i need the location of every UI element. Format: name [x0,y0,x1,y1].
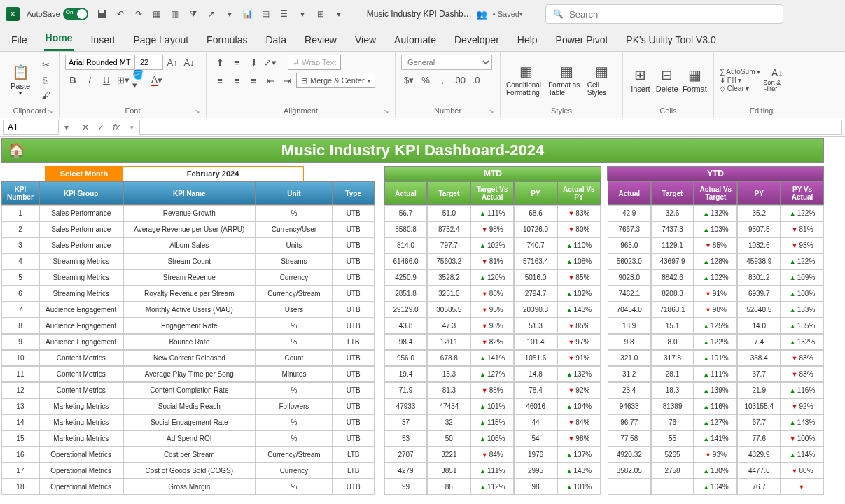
cell[interactable]: 43.8 [384,318,428,334]
cell[interactable]: 15 [1,430,39,447]
tab-developer[interactable]: Developer [453,30,501,51]
clear-button[interactable]: ◇ Clear ▾ [720,85,760,92]
name-box[interactable] [3,120,59,135]
cell[interactable]: 52840.5 [737,302,781,318]
cell[interactable]: ▼88% [470,286,514,302]
cell[interactable]: Currency [256,463,333,479]
cell[interactable]: Sales Performance [39,221,123,237]
cell[interactable]: Streaming Metrics [39,286,123,302]
cell[interactable] [375,382,384,398]
cell[interactable]: 7 [1,302,39,318]
autosave-toggle[interactable]: On [63,8,88,20]
cell[interactable]: Bounce Rate [123,334,256,350]
cell[interactable]: UTB [333,366,375,382]
cell[interactable]: ▲143% [781,414,824,430]
cell[interactable]: 14.0 [737,318,781,334]
cell[interactable] [601,479,608,495]
cell[interactable]: Ad Spend ROI [123,430,256,447]
cell[interactable]: Currency/Stream [256,447,333,463]
font-color-button[interactable]: A▾ [149,73,165,87]
cell[interactable]: ▲132% [694,205,737,221]
fill-color-button[interactable]: 🪣▾ [132,73,148,87]
cell[interactable] [601,334,608,350]
cell[interactable]: 42.9 [608,205,651,221]
percent-icon[interactable]: % [418,73,433,87]
formula-input[interactable] [139,120,842,135]
list-icon[interactable]: ☰ [277,7,291,21]
cell[interactable]: 4279 [384,463,428,479]
search-box[interactable]: 🔍 [545,4,783,24]
cell[interactable]: 78.4 [514,382,557,398]
cell[interactable]: Social Engagement Rate [123,414,256,430]
cell[interactable]: ▲114% [781,447,824,463]
cell[interactable]: 50 [427,430,470,447]
decrease-font-icon[interactable]: A↓ [181,55,197,69]
cell[interactable] [601,205,608,221]
tab-page-layout[interactable]: Page Layout [132,30,190,51]
cell[interactable]: 61466.0 [384,253,428,270]
align-middle-icon[interactable]: ≡ [229,55,244,69]
tab-file[interactable]: File [10,30,29,51]
cell[interactable]: Audience Engagement [39,318,123,334]
cell[interactable]: 2707 [384,447,428,463]
cell[interactable]: Currency [256,270,333,286]
cell[interactable]: 18.3 [651,382,694,398]
cell[interactable]: 8752.4 [427,221,470,237]
cell[interactable]: UTB [333,237,375,253]
cell[interactable]: ▲116% [781,382,824,398]
delete-cells-button[interactable]: ⊟Delete [655,58,679,102]
cell[interactable]: 7667.3 [608,221,651,237]
cell[interactable]: Streaming Metrics [39,270,123,286]
cell[interactable] [375,463,384,479]
cell[interactable]: Marketing Metrics [39,414,123,430]
cell[interactable]: 4477.6 [737,463,781,479]
cell[interactable]: ▲127% [470,366,514,382]
cell[interactable]: 71.9 [384,382,428,398]
cell[interactable]: 70454.0 [608,302,651,318]
cell[interactable] [601,253,608,270]
cell[interactable]: ▲132% [781,334,824,350]
cell[interactable]: ▲141% [694,430,737,447]
align-right-icon[interactable]: ≡ [246,74,261,88]
cell[interactable]: % [256,334,333,350]
cell[interactable] [375,350,384,366]
cell[interactable]: 75603.2 [427,253,470,270]
cell[interactable]: ▼91% [557,350,601,366]
cell[interactable]: 2995 [514,463,557,479]
grid-icon[interactable]: ▦ [150,7,164,21]
cell[interactable] [375,253,384,270]
cell[interactable]: UTB [333,270,375,286]
cell[interactable]: 51.0 [427,205,470,221]
cell[interactable]: 46016 [514,398,557,414]
cell[interactable]: UTB [333,286,375,302]
bold-button[interactable]: B [65,73,81,87]
align-top-icon[interactable]: ⬆ [212,55,228,69]
cell[interactable] [375,318,384,334]
namebox-dropdown-icon[interactable]: ▾ [59,120,74,135]
cell[interactable]: 6 [1,286,39,302]
cell[interactable]: 2 [1,221,39,237]
cell[interactable]: 4 [1,253,39,270]
cell[interactable]: ▲108% [781,286,824,302]
cell[interactable]: ▼83% [557,205,601,221]
cell[interactable]: ▲103% [694,221,737,237]
cell[interactable]: 6939.7 [737,286,781,302]
cell[interactable] [375,286,384,302]
cell[interactable]: ▲120% [470,270,514,286]
cell[interactable]: 47454 [427,398,470,414]
cell[interactable]: Operational Metrics [39,463,123,479]
tab-power-pivot[interactable]: Power Pivot [554,30,610,51]
cell[interactable]: 81.3 [427,382,470,398]
cell[interactable]: 1051.6 [514,350,557,366]
cell[interactable] [601,447,608,463]
cell[interactable]: 13 [1,398,39,414]
cell[interactable] [601,366,608,382]
cell[interactable]: % [256,382,333,398]
cell[interactable] [651,479,694,495]
fx-icon[interactable]: fx [109,120,124,135]
cell[interactable]: Operational Metrics [39,479,123,495]
cell[interactable]: ▲102% [470,237,514,253]
cell[interactable]: 99 [384,479,428,495]
cell[interactable]: Gross Margin [123,479,256,495]
currency-icon[interactable]: $▾ [401,73,417,87]
